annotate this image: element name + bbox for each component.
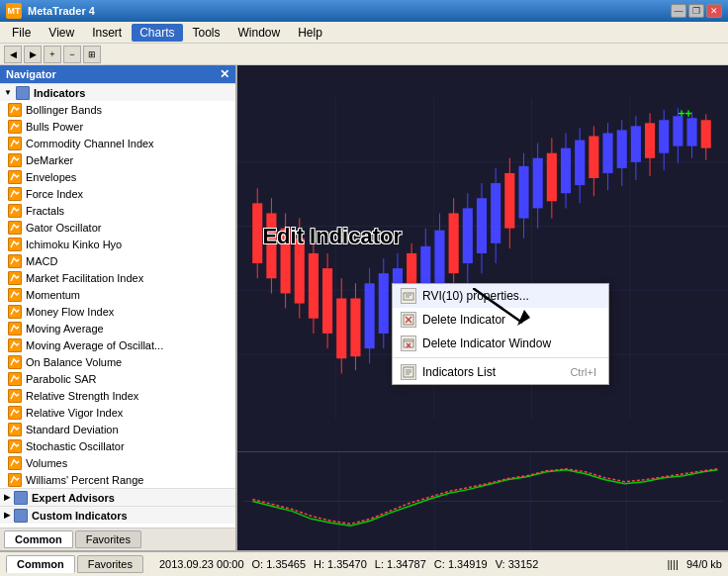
tab-common[interactable]: Common xyxy=(4,530,73,548)
svg-rect-40 xyxy=(463,208,473,263)
nav-item-volumes[interactable]: Volumes xyxy=(0,454,235,471)
chart-svg: ++ xyxy=(237,65,728,451)
nav-item-rvi[interactable]: Relative Vigor Index xyxy=(0,404,235,421)
nav-item-macd[interactable]: MACD xyxy=(0,252,235,269)
indicator-icon xyxy=(8,221,22,235)
title-bar-controls[interactable]: — ❐ ✕ xyxy=(671,4,722,18)
tab-favorites-bottom[interactable]: Favorites xyxy=(77,555,143,573)
nav-item-psar[interactable]: Parabolic SAR xyxy=(0,370,235,387)
svg-rect-75 xyxy=(701,120,711,147)
chart-sub-rvi[interactable] xyxy=(237,451,728,550)
restore-button[interactable]: ❐ xyxy=(688,4,704,18)
svg-rect-73 xyxy=(686,118,696,145)
nav-item-mfi-market[interactable]: Market Facilitation Index xyxy=(0,269,235,286)
nav-item-envelopes[interactable]: Envelopes xyxy=(0,168,235,185)
toolbar-btn-1[interactable]: ◀ xyxy=(4,46,22,63)
toolbar-btn-3[interactable]: + xyxy=(44,46,61,63)
app-title: MetaTrader 4 xyxy=(28,5,95,17)
indicator-icon xyxy=(8,389,22,403)
indicator-icon xyxy=(8,338,22,352)
menu-help[interactable]: Help xyxy=(290,24,330,42)
indicators-list-icon xyxy=(401,364,416,380)
chart-area[interactable]: ++ xyxy=(237,65,728,550)
status-bar: Common Favorites 2013.09.23 00:00 O: 1.3… xyxy=(0,550,728,576)
indicator-icon xyxy=(8,355,22,369)
app-icon: MT xyxy=(6,3,22,19)
nav-item-ichimoku[interactable]: Ichimoku Kinko Hyo xyxy=(0,236,235,252)
svg-rect-48 xyxy=(518,166,528,219)
indicator-icon xyxy=(8,305,22,319)
nav-item-rsi[interactable]: Relative Strength Index xyxy=(0,387,235,404)
navigator-label: Navigator xyxy=(6,68,56,80)
indicator-icon xyxy=(8,204,22,218)
context-item-delete-indicator[interactable]: Delete Indicator xyxy=(393,308,608,332)
nav-section-indicators[interactable]: ▼ Indicators xyxy=(0,83,235,101)
status-file-size: 94/0 kb xyxy=(686,558,722,570)
nav-item-stddev[interactable]: Standard Deviation xyxy=(0,421,235,437)
nav-item-ma[interactable]: Moving Average xyxy=(0,320,235,336)
navigator-title: Navigator ✕ xyxy=(0,65,235,83)
nav-item-fractals[interactable]: Fractals xyxy=(0,202,235,219)
nav-section-custom[interactable]: ▶ Custom Indicators xyxy=(0,506,235,524)
expand-icon: ▼ xyxy=(4,88,12,97)
indicator-icon xyxy=(8,238,22,251)
menu-view[interactable]: View xyxy=(41,24,82,42)
nav-item-gator[interactable]: Gator Oscillator xyxy=(0,219,235,236)
nav-item-stoch[interactable]: Stochastic Oscillator xyxy=(0,437,235,454)
nav-item-wpr[interactable]: Williams' Percent Range xyxy=(0,471,235,488)
context-item-indicators-list[interactable]: Indicators List Ctrl+I xyxy=(393,360,608,384)
svg-rect-28 xyxy=(379,273,389,334)
minimize-button[interactable]: — xyxy=(671,4,686,18)
menu-tools[interactable]: Tools xyxy=(185,24,228,42)
svg-rect-52 xyxy=(547,153,557,202)
svg-rect-50 xyxy=(533,158,543,209)
indicator-icon xyxy=(8,120,22,134)
chart-main[interactable]: ++ xyxy=(237,65,728,451)
title-bar-left: MT MetaTrader 4 xyxy=(6,3,95,19)
svg-rect-60 xyxy=(602,133,612,172)
svg-rect-36 xyxy=(434,231,444,289)
svg-rect-66 xyxy=(645,123,655,157)
nav-item-mfi-money[interactable]: Money Flow Index xyxy=(0,303,235,320)
svg-rect-26 xyxy=(365,283,375,348)
nav-item-bollinger[interactable]: Bollinger Bands xyxy=(0,101,235,118)
indicators-section-label: Indicators xyxy=(34,87,86,99)
svg-rect-24 xyxy=(350,298,360,356)
nav-item-momentum[interactable]: Momentum xyxy=(0,286,235,303)
delete-indicator-label: Delete Indicator xyxy=(422,313,505,327)
toolbar-btn-4[interactable]: − xyxy=(63,46,81,63)
nav-item-mao[interactable]: Moving Average of Oscillat... xyxy=(0,336,235,353)
indicator-icon xyxy=(8,372,22,386)
context-item-rvi-properties[interactable]: RVI(10) properties... xyxy=(393,284,608,308)
toolbar-btn-5[interactable]: ⊞ xyxy=(83,46,101,63)
close-button[interactable]: ✕ xyxy=(706,4,722,18)
nav-item-demarker[interactable]: DeMarker xyxy=(0,151,235,168)
context-divider xyxy=(393,357,608,358)
nav-item-obv[interactable]: On Balance Volume xyxy=(0,353,235,370)
nav-item-bulls[interactable]: Bulls Power xyxy=(0,118,235,135)
main-area: Navigator ✕ ▼ Indicators Bollinger Bands… xyxy=(0,65,728,550)
nav-section-ea[interactable]: ▶ Expert Advisors xyxy=(0,488,235,506)
menu-window[interactable]: Window xyxy=(230,24,289,42)
svg-rect-62 xyxy=(617,130,627,167)
svg-rect-12 xyxy=(266,213,276,278)
tab-common-bottom[interactable]: Common xyxy=(6,555,75,573)
navigator-panel: Navigator ✕ ▼ Indicators Bollinger Bands… xyxy=(0,65,237,550)
indicator-icon xyxy=(8,473,22,487)
nav-item-cci[interactable]: Commodity Channel Index xyxy=(0,135,235,151)
svg-rect-46 xyxy=(504,173,514,229)
svg-rect-16 xyxy=(295,239,305,304)
nav-item-force[interactable]: Force Index xyxy=(0,185,235,202)
menu-insert[interactable]: Insert xyxy=(84,24,130,42)
tab-favorites[interactable]: Favorites xyxy=(75,530,141,548)
svg-rect-64 xyxy=(631,126,641,161)
navigator-close-button[interactable]: ✕ xyxy=(220,67,229,81)
menu-file[interactable]: File xyxy=(4,24,39,42)
menu-charts[interactable]: Charts xyxy=(132,24,182,42)
ea-folder-icon xyxy=(14,491,28,505)
status-open: O: 1.35465 xyxy=(252,558,306,570)
context-menu[interactable]: RVI(10) properties... Delete Indicator xyxy=(392,283,609,385)
toolbar-btn-2[interactable]: ▶ xyxy=(24,46,42,63)
context-item-delete-window[interactable]: Delete Indicator Window xyxy=(393,332,608,355)
indicator-icon xyxy=(8,187,22,201)
